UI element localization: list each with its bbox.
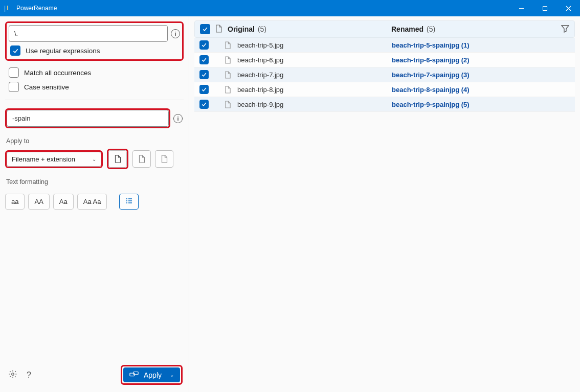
- case-sensitive-checkbox[interactable]: [9, 82, 19, 92]
- file-icon: [223, 56, 232, 64]
- include-subfolders-button[interactable]: [155, 150, 173, 168]
- apply-to-label: Apply to: [6, 137, 184, 145]
- original-filename: beach-trip-8.jpg: [237, 86, 387, 94]
- file-icon: [215, 25, 222, 34]
- renamed-filename: beach-trip-5-spainjpg (1): [392, 41, 470, 49]
- apply-highlight: Apply ⌄: [121, 365, 183, 385]
- svg-point-12: [12, 373, 14, 376]
- chevron-down-icon: ⌄: [92, 156, 96, 162]
- formatting-label: Text formatting: [6, 178, 184, 186]
- help-button[interactable]: ?: [27, 371, 31, 380]
- replace-highlight: -spain: [5, 108, 170, 128]
- renamed-filename: beach-trip-9-spainjpg (5): [392, 101, 470, 108]
- apply-to-highlight: Filename + extension ⌄: [5, 150, 103, 168]
- include-files-button[interactable]: [108, 150, 127, 168]
- use-regex-label: Use regular expressions: [26, 47, 100, 55]
- titlebar: |I PowerRename: [0, 0, 580, 16]
- match-all-label: Match all occurrences: [24, 69, 91, 77]
- settings-button[interactable]: [8, 370, 17, 380]
- enumerate-button[interactable]: [119, 194, 139, 210]
- table-row[interactable]: beach-trip-5.jpgbeach-trip-5-spainjpg (1…: [194, 38, 575, 53]
- original-header: Original: [228, 25, 255, 33]
- info-icon[interactable]: i: [171, 29, 180, 38]
- format-titlecase-button[interactable]: Aa: [53, 194, 74, 210]
- close-button[interactable]: [556, 0, 580, 16]
- divider: [5, 100, 184, 100]
- original-filename: beach-trip-9.jpg: [237, 101, 387, 108]
- format-uppercase-button[interactable]: AA: [28, 194, 49, 210]
- renamed-count: (5): [427, 25, 435, 33]
- file-icon: [223, 86, 232, 94]
- search-highlight: \. i Use regular expressions: [5, 21, 184, 61]
- original-filename: beach-trip-7.jpg: [237, 71, 387, 79]
- case-sensitive-label: Case sensitive: [24, 83, 69, 91]
- table-row[interactable]: beach-trip-6.jpgbeach-trip-6-spainjpg (2…: [194, 53, 575, 67]
- svg-rect-3: [543, 6, 547, 10]
- file-icon: [223, 71, 232, 79]
- include-folders-button[interactable]: [132, 150, 151, 168]
- svg-text:I: I: [7, 5, 8, 12]
- minimize-button[interactable]: [509, 0, 533, 16]
- use-regex-checkbox[interactable]: [10, 45, 20, 56]
- file-list-panel: Original (5) Renamed (5) beach-trip-5.jp…: [189, 16, 580, 392]
- list-header: Original (5) Renamed (5): [194, 20, 575, 38]
- row-checkbox[interactable]: [199, 100, 209, 109]
- filter-button[interactable]: [561, 25, 569, 34]
- renamed-filename: beach-trip-8-spainjpg (4): [392, 86, 470, 94]
- file-icon: [223, 41, 232, 49]
- file-rows: beach-trip-5.jpgbeach-trip-5-spainjpg (1…: [194, 38, 575, 112]
- table-row[interactable]: beach-trip-8.jpgbeach-trip-8-spainjpg (4…: [194, 82, 575, 97]
- replace-input[interactable]: -spain: [7, 110, 169, 127]
- original-filename: beach-trip-6.jpg: [237, 56, 387, 64]
- table-row[interactable]: beach-trip-7.jpgbeach-trip-7-spainjpg (3…: [194, 67, 575, 82]
- apply-to-select[interactable]: Filename + extension ⌄: [7, 152, 101, 167]
- format-lowercase-button[interactable]: aa: [5, 194, 25, 210]
- window-title: PowerRename: [16, 5, 57, 12]
- apply-button[interactable]: Apply ⌄: [123, 367, 180, 382]
- filename-only-highlight: [107, 149, 128, 169]
- file-icon: [223, 101, 232, 108]
- apply-icon: [129, 371, 139, 379]
- chevron-down-icon: ⌄: [170, 372, 174, 378]
- app-icon: |I: [4, 4, 12, 12]
- row-checkbox[interactable]: [199, 70, 209, 79]
- row-checkbox[interactable]: [199, 55, 209, 64]
- original-count: (5): [258, 25, 266, 33]
- row-checkbox[interactable]: [199, 40, 209, 50]
- maximize-button[interactable]: [533, 0, 556, 16]
- svg-text:|: |: [4, 5, 6, 12]
- format-eachword-button[interactable]: Aa Aa: [77, 194, 107, 210]
- original-filename: beach-trip-5.jpg: [237, 41, 387, 49]
- select-all-checkbox[interactable]: [200, 24, 210, 34]
- info-icon[interactable]: i: [173, 114, 183, 123]
- renamed-filename: beach-trip-6-spainjpg (2): [392, 56, 470, 64]
- table-row[interactable]: beach-trip-9.jpgbeach-trip-9-spainjpg (5…: [194, 97, 575, 112]
- row-checkbox[interactable]: [199, 85, 209, 94]
- renamed-header: Renamed: [391, 25, 423, 33]
- search-input[interactable]: \.: [9, 25, 168, 42]
- renamed-filename: beach-trip-7-spainjpg (3): [392, 71, 470, 79]
- options-panel: \. i Use regular expressions Match all o…: [0, 16, 189, 392]
- match-all-checkbox[interactable]: [9, 67, 19, 78]
